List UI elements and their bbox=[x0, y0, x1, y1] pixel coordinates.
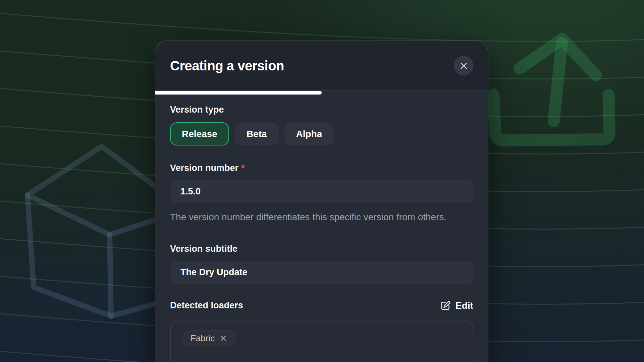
version-subtitle-label: Version subtitle bbox=[170, 244, 473, 254]
edit-label: Edit bbox=[455, 300, 473, 311]
version-type-label: Version type bbox=[170, 105, 473, 115]
modal-header: Creating a version bbox=[155, 41, 488, 91]
loader-chip-label: Fabric bbox=[191, 333, 215, 344]
screen: Creating a version Version type Release … bbox=[0, 0, 644, 362]
edit-loaders-button[interactable]: Edit bbox=[440, 300, 473, 311]
loader-chip-fabric: Fabric bbox=[182, 330, 236, 346]
remove-loader-button[interactable] bbox=[219, 334, 227, 342]
upload-arrow-icon bbox=[490, 35, 615, 148]
version-type-option-release[interactable]: Release bbox=[170, 122, 229, 145]
detected-loaders-box: Fabric bbox=[170, 321, 473, 362]
version-number-help: The version number differentiates this s… bbox=[170, 211, 467, 224]
version-subtitle-input[interactable] bbox=[170, 261, 473, 284]
version-number-input[interactable] bbox=[170, 180, 473, 203]
version-number-label: Version number* bbox=[170, 163, 473, 173]
version-type-option-alpha[interactable]: Alpha bbox=[284, 122, 334, 145]
modal-body: Version type Release Beta Alpha Version … bbox=[155, 91, 488, 362]
version-type-option-beta[interactable]: Beta bbox=[235, 122, 279, 145]
close-button[interactable] bbox=[454, 56, 473, 75]
detected-loaders-label: Detected loaders bbox=[170, 300, 243, 311]
edit-pencil-square-icon bbox=[440, 300, 451, 311]
close-icon bbox=[459, 61, 468, 70]
create-version-modal: Creating a version Version type Release … bbox=[155, 41, 488, 362]
x-icon bbox=[219, 334, 227, 342]
modal-title: Creating a version bbox=[170, 58, 284, 73]
version-type-options: Release Beta Alpha bbox=[170, 122, 473, 145]
required-asterisk: * bbox=[241, 163, 245, 173]
progress-fill bbox=[155, 91, 322, 95]
